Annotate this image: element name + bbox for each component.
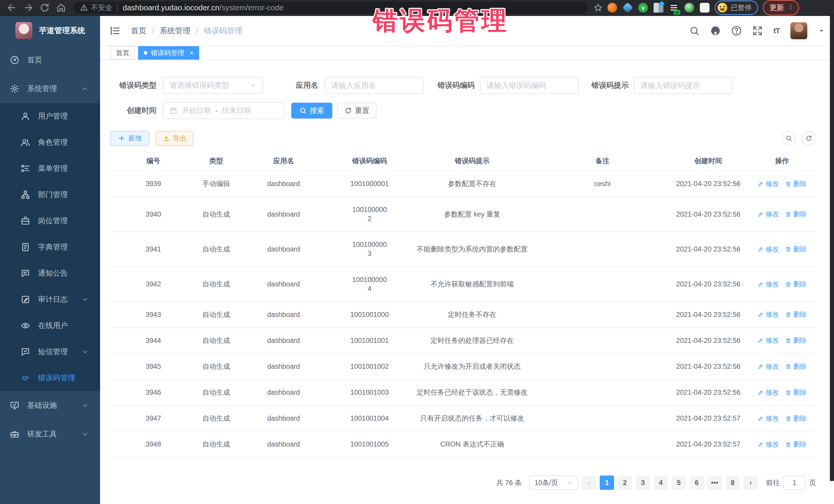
more-pages-button[interactable]: ••• bbox=[707, 476, 722, 490]
sidebar-item-notice-announcement[interactable]: 通知公告 bbox=[0, 260, 100, 286]
browser-reload-icon[interactable] bbox=[40, 3, 50, 13]
edit-link[interactable]: 修改 bbox=[758, 440, 779, 449]
delete-link[interactable]: 删除 bbox=[785, 336, 807, 345]
export-button[interactable]: 导出 bbox=[155, 131, 194, 146]
browser-menu-kebab-icon[interactable] bbox=[788, 4, 794, 12]
create-time-range-picker[interactable]: 开始日期 - 结束日期 bbox=[163, 102, 285, 119]
hamburger-icon[interactable] bbox=[109, 25, 120, 37]
extension-icon-1[interactable] bbox=[608, 3, 617, 13]
sidebar-logo-row[interactable]: 芋道管理系统 bbox=[0, 16, 100, 46]
extension-icon-2[interactable] bbox=[622, 2, 633, 13]
sidebar-item-online-user[interactable]: 在线用户 bbox=[0, 312, 100, 339]
sidebar-item-label: 在线用户 bbox=[38, 321, 68, 331]
page-button-6[interactable]: 6 bbox=[689, 476, 704, 490]
edit-link[interactable]: 修改 bbox=[758, 280, 779, 289]
sidebar-item-post-management[interactable]: 岗位管理 bbox=[0, 208, 100, 234]
breadcrumb-system[interactable]: 系统管理 bbox=[160, 26, 191, 36]
url-path: /system/error-code bbox=[219, 3, 284, 12]
edit-link[interactable]: 修改 bbox=[758, 180, 779, 188]
extension-icon-5[interactable]: on bbox=[669, 3, 679, 13]
browser-home-icon[interactable] bbox=[56, 3, 66, 13]
sidebar-item-audit-log[interactable]: 审计日志 bbox=[0, 286, 100, 312]
error-code-input[interactable] bbox=[480, 77, 579, 94]
browser-profile-chip[interactable]: 已暂停 bbox=[715, 1, 758, 15]
sidebar-item-label: 通知公告 bbox=[38, 268, 68, 279]
next-page-button[interactable]: › bbox=[743, 476, 758, 490]
extensions-puzzle-icon[interactable] bbox=[700, 3, 709, 13]
edit-link[interactable]: 修改 bbox=[758, 336, 779, 345]
error-type-select[interactable]: 请选择错误码类型 bbox=[163, 77, 263, 94]
browser-back-icon[interactable] bbox=[7, 3, 17, 13]
goto-page-input[interactable] bbox=[784, 476, 806, 490]
github-icon[interactable] bbox=[710, 26, 721, 36]
avatar-caret-down-icon[interactable] bbox=[818, 27, 825, 34]
cell-type: 自动生成 bbox=[196, 197, 236, 232]
sidebar-item-system-management[interactable]: 系统管理 bbox=[0, 74, 100, 103]
search-icon[interactable] bbox=[689, 26, 700, 36]
edit-link[interactable]: 修改 bbox=[758, 414, 779, 423]
extension-icon-6[interactable] bbox=[684, 3, 694, 13]
extension-icon-3[interactable]: v bbox=[638, 3, 648, 13]
edit-link[interactable]: 修改 bbox=[758, 310, 779, 319]
sidebar-item-home[interactable]: 首页 bbox=[0, 46, 100, 74]
cell-time: 2021-04-20 23:52:56 bbox=[668, 171, 748, 197]
delete-link[interactable]: 删除 bbox=[785, 414, 807, 423]
delete-link[interactable]: 删除 bbox=[785, 280, 807, 289]
url-bar[interactable]: 不安全 dashboard.yudao.iocoder.cn/system/er… bbox=[73, 2, 588, 14]
extension-icon-4[interactable] bbox=[654, 3, 663, 13]
font-size-icon[interactable]: tT bbox=[773, 26, 780, 35]
app-name-input[interactable] bbox=[325, 77, 423, 94]
page-button-1[interactable]: 1 bbox=[600, 476, 614, 490]
cell-memo bbox=[536, 197, 668, 232]
search-button[interactable]: 搜索 bbox=[291, 103, 332, 118]
filter-app-label: 应用名 bbox=[291, 80, 318, 91]
browser-forward-icon[interactable] bbox=[23, 3, 34, 13]
help-question-icon[interactable] bbox=[731, 26, 742, 36]
reset-button[interactable]: 重置 bbox=[337, 103, 376, 118]
prev-page-button[interactable]: ‹ bbox=[582, 476, 596, 490]
refresh-table-button[interactable] bbox=[802, 131, 816, 146]
error-hint-input[interactable] bbox=[634, 77, 733, 94]
delete-link[interactable]: 删除 bbox=[785, 440, 807, 449]
page-button-8[interactable]: 8 bbox=[725, 476, 740, 490]
sidebar-item-sms-management[interactable]: 短信管理 bbox=[0, 339, 100, 365]
delete-link[interactable]: 删除 bbox=[785, 180, 807, 188]
user-avatar[interactable] bbox=[790, 22, 807, 39]
page-button-4[interactable]: 4 bbox=[654, 476, 668, 490]
edit-link[interactable]: 修改 bbox=[758, 245, 779, 254]
tab-close-icon[interactable]: × bbox=[190, 49, 194, 57]
delete-link[interactable]: 删除 bbox=[785, 363, 807, 371]
tab-home[interactable]: 首页 bbox=[110, 46, 135, 60]
fullscreen-icon[interactable] bbox=[752, 26, 763, 36]
page-button-3[interactable]: 3 bbox=[636, 476, 650, 490]
tab-error-code-management[interactable]: 错误码管理 × bbox=[138, 46, 199, 60]
sidebar-item-dict-management[interactable]: 字典管理 bbox=[0, 234, 100, 260]
page-button-2[interactable]: 2 bbox=[618, 476, 632, 490]
page-button-5[interactable]: 5 bbox=[672, 476, 686, 490]
delete-link[interactable]: 删除 bbox=[785, 388, 807, 397]
sidebar-item-dept-management[interactable]: 部门管理 bbox=[0, 182, 100, 208]
search-icon bbox=[300, 107, 307, 114]
add-button[interactable]: 新增 bbox=[110, 131, 149, 146]
page-size-select[interactable]: 10条/页 bbox=[529, 476, 578, 490]
edit-link[interactable]: 修改 bbox=[758, 363, 779, 371]
hide-search-toggle-button[interactable] bbox=[782, 131, 796, 146]
browser-update-button[interactable]: 更新 bbox=[763, 0, 799, 15]
edit-link[interactable]: 修改 bbox=[758, 210, 779, 219]
sidebar-item-role-management[interactable]: 角色管理 bbox=[0, 129, 100, 155]
sidebar-item-menu-management[interactable]: 菜单管理 bbox=[0, 155, 100, 182]
sidebar-item-dev-tools[interactable]: 研发工具 bbox=[0, 420, 100, 448]
bookmark-star-icon[interactable] bbox=[594, 3, 603, 12]
breadcrumb-home[interactable]: 首页 bbox=[131, 26, 146, 36]
sidebar-item-error-code-management[interactable]: 错误码管理 bbox=[0, 365, 100, 391]
sidebar-item-infrastructure[interactable]: 基础设施 bbox=[0, 391, 100, 420]
vertical-scrollbar[interactable] bbox=[830, 16, 834, 481]
delete-link[interactable]: 删除 bbox=[785, 210, 807, 219]
edit-link[interactable]: 修改 bbox=[758, 388, 779, 397]
operation-links: 修改删除 bbox=[758, 363, 807, 371]
infra-icon bbox=[10, 400, 20, 410]
delete-link[interactable]: 删除 bbox=[785, 245, 807, 254]
sidebar-item-user-management[interactable]: 用户管理 bbox=[0, 103, 100, 129]
delete-link[interactable]: 删除 bbox=[785, 310, 807, 319]
cell-code: 1001001003 bbox=[331, 380, 408, 405]
